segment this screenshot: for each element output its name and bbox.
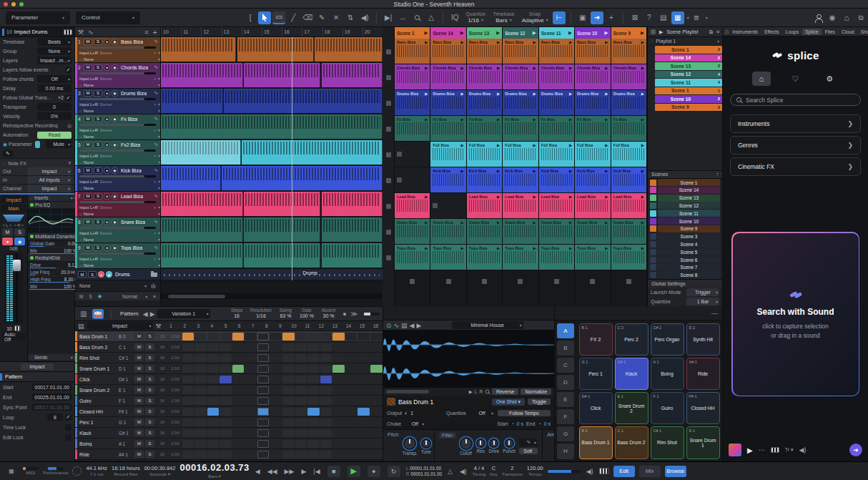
step-cell[interactable] (307, 343, 320, 351)
step-cell[interactable] (295, 451, 307, 459)
step-cell[interactable] (370, 376, 383, 383)
arrangement-grid[interactable]: Drums (161, 37, 383, 280)
playlist-entry[interactable]: Scene 11 (655, 87, 722, 95)
step-cell[interactable] (194, 376, 207, 383)
scene-clip-cell[interactable]: Bass Biza▶ (539, 39, 574, 64)
step-cell[interactable] (245, 333, 257, 341)
time-signature[interactable]: 4 / 4Timing (473, 466, 485, 477)
clip-play-icon[interactable]: ▶ (533, 143, 536, 147)
track-mute-button[interactable]: M (84, 245, 92, 251)
track-solo-button[interactable]: S (94, 90, 102, 97)
scene-clip-cell[interactable]: Chords Biza▶ (611, 64, 646, 90)
arrangement-track-lane[interactable] (161, 192, 383, 217)
scene-play-icon[interactable]: ▶ (533, 30, 536, 36)
scene-list-item[interactable]: Scene 14 (648, 186, 722, 194)
monitor-dot[interactable]: ◉ (98, 293, 102, 299)
track-input[interactable]: Input L+R (79, 128, 98, 132)
locators[interactable]: L00001.01.01.00 R00001.01.01.00 (406, 466, 442, 477)
snap-toggle-button[interactable]: ⊢ (553, 11, 566, 24)
scene-clip-cell[interactable]: Tops Biza▶ (539, 245, 574, 270)
scene-clip-cell[interactable]: Lead Biza▶ (575, 193, 610, 219)
cutoff-knob[interactable]: Cutoff (460, 437, 473, 456)
step-cell[interactable] (182, 376, 194, 383)
paint-tool-button[interactable]: ✎ (315, 11, 328, 24)
step-record-button[interactable]: ● (342, 310, 346, 318)
clip-play-icon[interactable]: ▶ (425, 40, 428, 44)
audio-clip[interactable] (224, 89, 383, 113)
step-cell[interactable] (307, 429, 320, 437)
step-cell[interactable] (370, 386, 383, 394)
bars-display[interactable]: 00016.02.03.73Bars ▾ (179, 463, 249, 479)
pad-bank-button[interactable]: E (557, 392, 574, 407)
row-solo-button[interactable]: S (145, 408, 154, 415)
step-cell[interactable] (282, 440, 295, 448)
scene-clip-cell[interactable]: Tops Biza▶ (575, 245, 610, 270)
step-cell[interactable] (357, 429, 370, 437)
clip-play-icon[interactable]: ▶ (641, 92, 644, 96)
step-cell[interactable] (345, 376, 357, 383)
scene-clip-cell[interactable]: Fx2 Biza▶ (467, 142, 502, 167)
audio-clip[interactable] (222, 166, 383, 190)
step-cell[interactable] (232, 365, 245, 373)
step-cell[interactable] (332, 354, 345, 362)
scene-play-icon[interactable]: ▶ (641, 30, 644, 36)
follow-chords-select[interactable]: Off▾ (37, 75, 71, 83)
track-preset[interactable]: None (84, 57, 94, 62)
scene-clip-cell[interactable]: Chords Biza▶ (467, 64, 502, 90)
track-header[interactable]: 6 M S ● ◉ Kick Biza ∿ Input L+RStereo◐▾ … (75, 166, 160, 192)
scene-clip-cell[interactable]: Tops Biza▶ (467, 245, 502, 270)
track-mute-button[interactable]: M (84, 39, 92, 45)
rewind-button[interactable]: ◀◀ (267, 468, 277, 475)
step-cell[interactable] (320, 440, 332, 448)
splice-search-box[interactable] (730, 94, 861, 106)
timebase-dropdown[interactable]: Timebase Bars▾ (493, 11, 514, 24)
playlist-entry[interactable]: Scene 124 (655, 71, 722, 79)
arrangement-track-lane[interactable] (161, 37, 383, 63)
step-cell[interactable] (232, 418, 245, 426)
row-mute-button[interactable]: M (134, 376, 144, 383)
step-cell[interactable] (270, 365, 282, 373)
clip-play-icon[interactable]: ▶ (569, 195, 572, 199)
scene-clip-cell[interactable]: Snare Biza▶ (503, 219, 538, 245)
clip-play-icon[interactable]: ▶ (569, 92, 572, 96)
shift-steps-icon[interactable]: ≫ (351, 310, 357, 318)
home-icon[interactable]: ⌂ (840, 11, 853, 24)
clip-play-icon[interactable]: ▶ (497, 40, 500, 44)
clip-play-icon[interactable]: ▶ (569, 117, 572, 122)
spanner-icon[interactable]: ⚒ (156, 323, 162, 330)
scene-clip-cell[interactable]: Fx2 Biza▶ (611, 142, 646, 167)
step-cell[interactable] (257, 418, 270, 426)
step-cell[interactable] (207, 397, 220, 405)
step-cell[interactable] (194, 354, 207, 362)
insert-multiband[interactable]: Multiband Dynamics (28, 233, 79, 240)
main-volume-slider[interactable] (548, 470, 581, 473)
drum-pad[interactable]: A 1 Boing (651, 358, 684, 390)
step-cell[interactable] (320, 333, 332, 341)
scene-header[interactable]: Scene 1▶ (395, 27, 430, 39)
step-cell[interactable] (245, 440, 257, 448)
step-cell[interactable] (182, 333, 194, 341)
splice-category-row[interactable]: Genres❯ (730, 136, 861, 155)
drum-row[interactable]: Perc 1 G 1 M S 16 1/16 (75, 417, 383, 428)
drum-row[interactable]: Click D# 1 M S 16 1/16 (75, 374, 383, 385)
one-shot-select[interactable]: One Shot ▾ (492, 398, 525, 406)
layers-follow-checkbox[interactable]: ✓ (65, 67, 71, 73)
step-cell[interactable] (257, 429, 270, 437)
range-tool-button[interactable]: ▭ (272, 11, 285, 24)
scene-clip-cell[interactable]: Chords Biza▶ (539, 64, 574, 90)
step-cell[interactable] (207, 354, 220, 362)
arrangement-track-lane[interactable] (161, 243, 383, 269)
audio-clip[interactable] (322, 63, 383, 87)
track-input[interactable]: Input L+R (79, 154, 98, 158)
scene-clip-cell[interactable]: Snare Biza▶ (467, 219, 502, 245)
step-cell[interactable] (332, 397, 345, 405)
clip-play-icon[interactable]: ▶ (425, 117, 428, 122)
step-cell[interactable] (220, 365, 232, 373)
folder-icon[interactable] (151, 273, 157, 277)
record-panel-icon[interactable]: ◉ (826, 11, 839, 24)
clip-play-icon[interactable]: ▶ (533, 117, 536, 122)
step-cell[interactable] (182, 365, 194, 373)
transpose-field[interactable]: 0 (37, 103, 71, 111)
track-monitor-button[interactable]: ◉ (112, 64, 118, 71)
clip-play-icon[interactable]: ▶ (461, 169, 464, 173)
